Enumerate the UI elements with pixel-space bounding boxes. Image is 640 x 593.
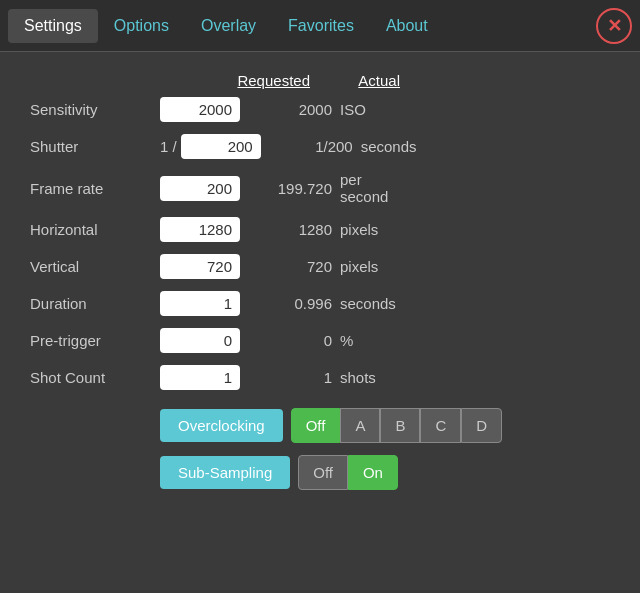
pretrigger-actual: 0 [252,332,332,349]
shotcount-unit: shots [340,369,410,386]
subsampling-row: Sub-Sampling Off On [30,455,610,490]
pretrigger-row: Pre-trigger 0 % [30,328,610,353]
duration-label: Duration [30,295,160,312]
tab-options[interactable]: Options [98,9,185,43]
nav-bar: Settings Options Overlay Favorites About… [0,0,640,52]
shutter-row: Shutter 1 / 1/200 seconds [30,134,610,159]
vertical-row: Vertical 720 pixels [30,254,610,279]
framerate-actual: 199.720 [252,180,332,197]
close-button[interactable]: ✕ [596,8,632,44]
tab-overlay[interactable]: Overlay [185,9,272,43]
shotcount-label: Shot Count [30,369,160,386]
sensitivity-label: Sensitivity [30,101,160,118]
duration-input[interactable] [160,291,240,316]
horizontal-unit: pixels [340,221,410,238]
sensitivity-input[interactable] [160,97,240,122]
vertical-actual: 720 [252,258,332,275]
duration-row: Duration 0.996 seconds [30,291,610,316]
subsampling-off-button[interactable]: Off [298,455,348,490]
tab-about[interactable]: About [370,9,444,43]
shotcount-input[interactable] [160,365,240,390]
horizontal-actual: 1280 [252,221,332,238]
overclocking-row: Overclocking Off A B C D [30,408,610,443]
tab-settings[interactable]: Settings [8,9,98,43]
actual-header: Actual [320,72,400,89]
column-headers: Requested Actual [30,72,610,89]
sensitivity-unit: ISO [340,101,410,118]
horizontal-label: Horizontal [30,221,160,238]
subsampling-button[interactable]: Sub-Sampling [160,456,290,489]
shotcount-row: Shot Count 1 shots [30,365,610,390]
duration-unit: seconds [340,295,410,312]
framerate-row: Frame rate 199.720 per second [30,171,610,205]
overclocking-c-button[interactable]: C [420,408,461,443]
shutter-actual: 1/200 [273,138,353,155]
overclocking-button[interactable]: Overclocking [160,409,283,442]
horizontal-row: Horizontal 1280 pixels [30,217,610,242]
overclocking-a-button[interactable]: A [340,408,380,443]
requested-header: Requested [220,72,310,89]
pretrigger-unit: % [340,332,410,349]
framerate-unit: per second [340,171,410,205]
vertical-input[interactable] [160,254,240,279]
shutter-unit: seconds [361,138,431,155]
shotcount-actual: 1 [252,369,332,386]
pretrigger-input[interactable] [160,328,240,353]
overclocking-toggle-group: Off A B C D [291,408,502,443]
framerate-input[interactable] [160,176,240,201]
bottom-controls: Overclocking Off A B C D Sub-Sampling Of… [30,408,610,490]
shutter-input[interactable] [181,134,261,159]
sensitivity-actual: 2000 [252,101,332,118]
vertical-unit: pixels [340,258,410,275]
horizontal-input[interactable] [160,217,240,242]
subsampling-toggle-group: Off On [298,455,398,490]
subsampling-on-button[interactable]: On [348,455,398,490]
shutter-label: Shutter [30,138,160,155]
main-content: Requested Actual Sensitivity 2000 ISO Sh… [0,52,640,522]
vertical-label: Vertical [30,258,160,275]
duration-actual: 0.996 [252,295,332,312]
tab-favorites[interactable]: Favorites [272,9,370,43]
overclocking-d-button[interactable]: D [461,408,502,443]
pretrigger-label: Pre-trigger [30,332,160,349]
overclocking-b-button[interactable]: B [380,408,420,443]
overclocking-off-button[interactable]: Off [291,408,341,443]
sensitivity-row: Sensitivity 2000 ISO [30,97,610,122]
shutter-prefix: 1 / [160,138,177,155]
framerate-label: Frame rate [30,180,160,197]
